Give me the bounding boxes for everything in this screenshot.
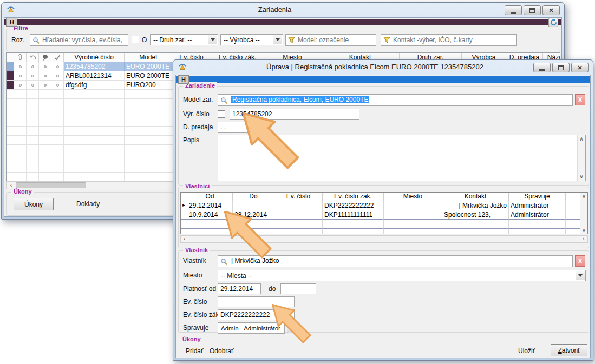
vlastnici-group-label: Vlastníci	[183, 183, 212, 189]
vlastnik-label: Vlastník	[183, 257, 206, 264]
o-checkbox[interactable]	[132, 36, 139, 43]
vyrobca-select[interactable]: -- Výrobca --	[220, 34, 283, 45]
maximize-button[interactable]	[524, 5, 541, 15]
scroll-up-icon[interactable]: ∧	[578, 135, 585, 143]
refresh-button[interactable]	[548, 18, 558, 27]
popis-vscrollbar[interactable]: ∧ ∨	[577, 135, 585, 181]
hscroll-thumb[interactable]	[16, 182, 86, 188]
vlastnici-vscrollbar[interactable]: ∧ ∨	[580, 193, 587, 234]
scroll-left-icon[interactable]: ‹	[181, 236, 188, 242]
close-button[interactable]: ✕	[571, 63, 589, 72]
column-header-ev-cislo-zak[interactable]: Ev. číslo zak.	[323, 193, 384, 201]
column-header-ev-cislo[interactable]: Ev. číslo	[274, 193, 323, 201]
column-header-model[interactable]: Model	[125, 53, 172, 62]
ev-cislo-label: Ev. číslo	[183, 298, 207, 306]
zatvorit-button[interactable]: Zatvoriť	[551, 344, 587, 356]
cell-model: EURO 2000TE	[125, 62, 172, 71]
row-selector-header	[7, 53, 14, 62]
scroll-up-icon[interactable]: ∧	[580, 193, 587, 200]
popis-textarea[interactable]: ∧ ∨	[218, 135, 586, 181]
platnost-od-input[interactable]	[218, 283, 261, 294]
check-column-header[interactable]	[51, 53, 64, 62]
column-header-kontakt[interactable]: Kontakt	[442, 193, 509, 201]
model-filter-input[interactable]	[298, 35, 375, 45]
spravuje-select[interactable]: Admin - Administrátor	[218, 322, 285, 334]
d-predaja-input[interactable]	[218, 122, 257, 133]
miesto-select[interactable]: -- Miesta --	[218, 270, 586, 281]
close-button[interactable]: ✕	[542, 5, 560, 15]
kontakt-filter-input[interactable]	[393, 35, 515, 45]
ev-cislo-input[interactable]	[218, 296, 295, 307]
kontakt-filter-field[interactable]	[381, 34, 517, 46]
platnost-od-label: Platnosť od	[183, 285, 216, 293]
platnost-do-input[interactable]	[280, 283, 316, 294]
ukony-section-label: Úkony	[182, 336, 201, 342]
column-header-miesto[interactable]: Miesto	[384, 193, 442, 201]
actions-group-label: Úkony	[11, 188, 34, 195]
miesto-dropdown-button[interactable]	[576, 271, 585, 280]
status-dot	[31, 65, 34, 68]
status-dot	[31, 84, 34, 87]
ukony-button[interactable]: Úkony	[14, 198, 54, 210]
roz-link[interactable]: Roz.	[11, 36, 25, 44]
clear-x-icon: X	[578, 96, 582, 104]
screen: Zariadenia ✕ H Filtre Roz.	[0, 0, 595, 364]
uprava-client: H Zariadenie Model zar. Registračná pokl…	[175, 75, 591, 358]
model-zar-field[interactable]: Registračná pokladnica, Elcom, EURO 2000…	[218, 94, 573, 106]
comment-column-header[interactable]	[39, 53, 51, 62]
h-tab[interactable]: H	[178, 75, 189, 84]
vlastnici-hscrollbar[interactable]: ‹ ›	[180, 235, 588, 243]
pridat-link[interactable]: Pridať	[186, 347, 204, 355]
zariadenia-titlebar[interactable]: Zariadenia ✕	[2, 3, 564, 17]
vlastnik-field[interactable]: | Mrkvička Jožko	[218, 255, 573, 267]
close-icon: ✕	[548, 7, 553, 14]
refresh-icon	[550, 19, 557, 26]
vyrobca-dropdown-button[interactable]	[273, 35, 282, 44]
doklady-link[interactable]: Doklady	[76, 200, 100, 208]
d-predaja-label: D. predaja	[183, 123, 213, 131]
cell-ev-cislo-zak: DKP11111111111	[323, 210, 384, 220]
scroll-right-icon[interactable]: ›	[580, 236, 587, 242]
status-dot	[44, 65, 47, 68]
table-row[interactable]: ► 29.12.2014 DKP2222222222 | Mrkvička Jo…	[181, 201, 587, 210]
cell-ev-cislo	[274, 201, 323, 210]
cell-model: EURO 2000TE	[125, 71, 172, 81]
spravuje-dropdown-button[interactable]	[287, 322, 299, 333]
search-icon	[32, 37, 40, 44]
menu-bar	[4, 19, 561, 25]
cell-spravuje: Administrátor	[509, 210, 566, 220]
model-filter-field[interactable]	[285, 34, 376, 46]
odobrat-link[interactable]: Odobrať	[210, 347, 234, 355]
column-header-vyrobne-cislo[interactable]: Výrobné číslo	[64, 53, 125, 62]
vlastnik-clear-button[interactable]: X	[575, 255, 585, 267]
checkmark-icon	[54, 55, 61, 61]
model-zar-clear-button[interactable]: X	[575, 94, 585, 105]
scroll-down-icon[interactable]: ∨	[578, 173, 585, 181]
column-header-do[interactable]: Do	[233, 193, 274, 201]
table-row[interactable]: 10.9.2014 28.12.2014 DKP11111111111 Spol…	[181, 210, 587, 220]
column-header-spravuje[interactable]: Spravuje	[509, 193, 566, 201]
h-tab[interactable]: H	[6, 18, 17, 27]
undo-column-header[interactable]	[27, 53, 39, 62]
ev-cislo-zak-input[interactable]	[218, 309, 295, 320]
druh-zar-select[interactable]: -- Druh zar. --	[150, 34, 218, 45]
uprava-titlebar[interactable]: Úprava | Registračná pokladnica Elcom EU…	[173, 60, 593, 75]
maximize-icon	[529, 8, 535, 13]
column-header-od[interactable]: Od	[187, 193, 233, 201]
footer-divider	[178, 334, 588, 334]
speech-balloon-icon	[42, 54, 49, 61]
maximize-icon	[558, 65, 564, 70]
vyr-cislo-checkbox[interactable]	[218, 110, 225, 118]
cell-model: EURO200	[125, 81, 172, 90]
minimize-button[interactable]	[533, 63, 551, 72]
maximize-button[interactable]	[552, 63, 570, 72]
ulozit-link[interactable]: Uložiť	[518, 347, 535, 355]
vyr-cislo-input[interactable]	[230, 109, 359, 120]
search-field[interactable]	[30, 34, 128, 46]
search-input[interactable]	[42, 35, 127, 45]
druh-zar-dropdown-button[interactable]	[208, 35, 217, 44]
attachment-column-header[interactable]	[14, 53, 27, 62]
scroll-down-icon[interactable]: ∨	[580, 227, 587, 234]
window-uprava: Úprava | Registračná pokladnica Elcom EU…	[173, 59, 593, 361]
minimize-button[interactable]	[505, 5, 522, 15]
